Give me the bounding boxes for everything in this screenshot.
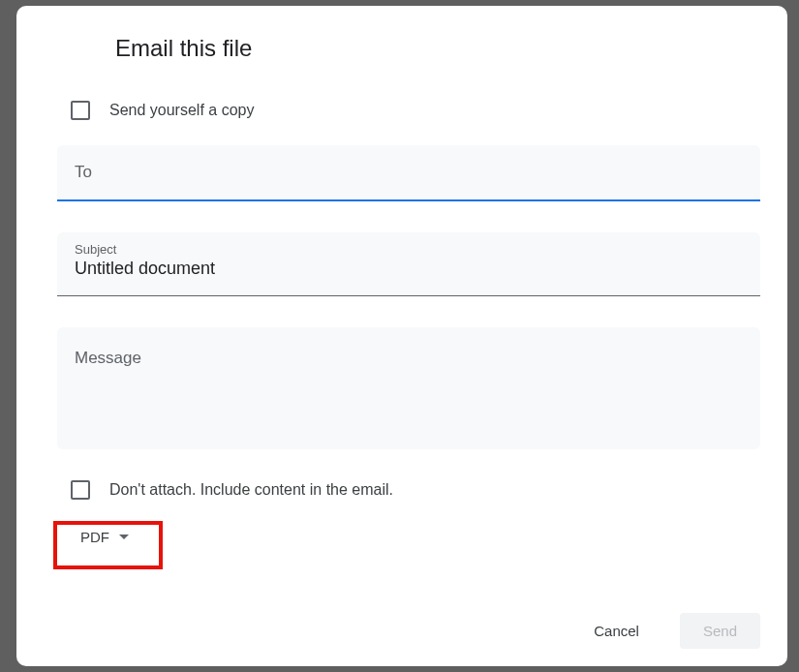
dialog-body: Send yourself a copy To Subject Untitled… [16, 62, 787, 553]
to-placeholder: To [75, 163, 92, 181]
dialog-actions: Cancel Send [570, 613, 760, 649]
dont-attach-label: Don't attach. Include content in the ema… [109, 481, 393, 499]
cancel-button[interactable]: Cancel [570, 613, 662, 649]
subject-label: Subject [75, 242, 743, 257]
email-file-dialog: Email this file Send yourself a copy To … [16, 6, 787, 666]
dont-attach-checkbox[interactable] [71, 480, 90, 500]
format-select[interactable]: PDF [67, 521, 142, 553]
dont-attach-row: Don't attach. Include content in the ema… [57, 480, 760, 500]
send-self-copy-row: Send yourself a copy [57, 101, 760, 120]
message-placeholder: Message [75, 349, 141, 367]
subject-value: Untitled document [75, 259, 743, 279]
dialog-title: Email this file [16, 6, 787, 62]
send-self-copy-checkbox[interactable] [71, 101, 90, 120]
send-self-copy-label: Send yourself a copy [109, 102, 254, 119]
to-field[interactable]: To [57, 145, 760, 201]
chevron-down-icon [119, 535, 129, 539]
subject-field[interactable]: Subject Untitled document [57, 232, 760, 296]
format-select-value: PDF [80, 529, 109, 545]
message-field[interactable]: Message [57, 327, 760, 449]
send-button[interactable]: Send [680, 613, 760, 649]
